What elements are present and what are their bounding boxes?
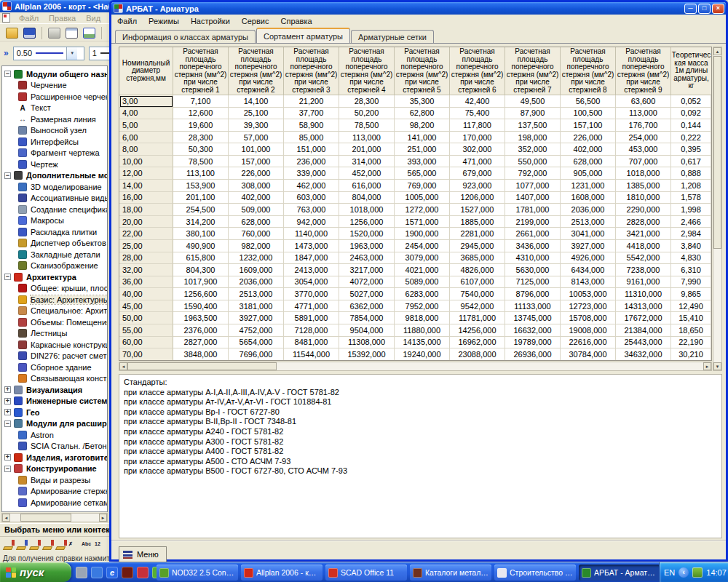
taskbar-button[interactable]: SCAD Office 11 [325, 565, 407, 581]
tree-item[interactable]: Виды и разрезы [2, 474, 107, 486]
table-cell[interactable]: 9818,000 [395, 312, 450, 324]
table-cell[interactable]: 170,000 [450, 132, 505, 144]
tree-item[interactable]: +Гео [2, 407, 107, 418]
table-cell[interactable]: 402,000 [561, 143, 616, 156]
table-cell[interactable]: 603,000 [284, 192, 339, 204]
table-cell[interactable]: 804,000 [339, 192, 395, 204]
table-cell[interactable]: 3770,000 [284, 288, 339, 300]
tree-item[interactable]: DIN276: расчет смет [2, 351, 107, 362]
table-cell[interactable]: 22616,000 [561, 337, 616, 349]
table-cell[interactable]: 0,144 [671, 119, 711, 132]
table-cell[interactable]: 628,000 [229, 216, 284, 228]
table-cell[interactable]: 1407,000 [505, 192, 561, 204]
table-cell[interactable]: 3217,000 [339, 264, 395, 276]
table-cell[interactable]: 8,00 [119, 143, 173, 156]
table-cell[interactable]: 2036,000 [229, 276, 284, 289]
table-cell[interactable]: 1473,000 [284, 240, 339, 252]
table-cell[interactable]: 616,000 [339, 180, 395, 192]
menu-item[interactable]: Справка [274, 17, 317, 25]
table-cell[interactable]: 7696,000 [229, 348, 284, 361]
table-cell[interactable]: 153,900 [173, 180, 229, 192]
tree-item[interactable]: Макросы [2, 215, 107, 227]
table-cell[interactable]: 19789,000 [505, 337, 561, 349]
menu-item[interactable]: Настройки [185, 17, 236, 25]
numbering-icon[interactable]: 12 [95, 539, 107, 551]
table-cell[interactable]: 1385,000 [616, 180, 671, 192]
table-cell[interactable]: 7238,000 [616, 264, 671, 276]
scroll-thumb[interactable] [127, 362, 277, 370]
table-cell[interactable]: 2454,000 [395, 240, 450, 252]
table-cell[interactable]: 3,840 [671, 240, 711, 252]
table-cell[interactable]: 19240,000 [395, 348, 450, 361]
table-cell[interactable]: 11544,000 [284, 348, 339, 361]
table-cell[interactable]: 769,000 [395, 180, 450, 192]
table-cell[interactable]: 30,210 [671, 348, 711, 361]
scroll-right-icon[interactable]: ► [99, 514, 107, 522]
tree-item[interactable]: Общее: крыши, плоск [2, 283, 107, 295]
tree-item[interactable]: Лестницы [2, 328, 107, 340]
table-cell[interactable]: 2290,000 [616, 204, 671, 216]
table-cell[interactable]: 2661,000 [505, 228, 561, 240]
table-cell[interactable]: 804,300 [173, 264, 229, 276]
table-cell[interactable]: 198,000 [505, 132, 561, 144]
expand-plus-icon[interactable]: + [4, 398, 11, 404]
table-cell[interactable]: 28,300 [339, 95, 395, 108]
table-cell[interactable]: 78,500 [173, 156, 229, 168]
table-cell[interactable]: 1231,000 [561, 180, 616, 192]
table-cell[interactable]: 982,000 [229, 240, 284, 252]
table-cell[interactable]: 62,800 [395, 108, 450, 120]
table-cell[interactable]: 1810,000 [616, 192, 671, 204]
table-cell[interactable]: 4826,000 [450, 264, 505, 276]
table-cell[interactable]: 4072,000 [339, 276, 395, 289]
table-cell[interactable]: 50,00 [119, 312, 173, 324]
table-cell[interactable]: 11880,000 [395, 324, 450, 337]
table-cell[interactable]: 22,00 [119, 228, 173, 240]
table-cell[interactable]: 1,208 [671, 180, 711, 192]
table-cell[interactable]: 760,000 [229, 228, 284, 240]
table-cell[interactable]: 14,00 [119, 180, 173, 192]
tree-item[interactable]: Объемы: Помещения, [2, 316, 107, 328]
table-cell[interactable]: 0,888 [671, 167, 711, 180]
table-cell[interactable]: 49,500 [505, 95, 561, 108]
scroll-right-icon[interactable]: ► [703, 362, 711, 370]
table-cell[interactable]: 2199,000 [505, 216, 561, 228]
tree-item[interactable]: −Конструирование [2, 463, 107, 475]
abc-dimension-icon[interactable]: Abc [82, 539, 94, 551]
table-cell[interactable]: 70,00 [119, 348, 173, 361]
table-cell[interactable]: 1256,600 [173, 288, 229, 300]
tree-item[interactable]: Чертеж [2, 159, 107, 170]
scroll-up-icon[interactable]: ▲ [713, 47, 721, 55]
table-cell[interactable]: 32,00 [119, 264, 173, 276]
table-horizontal-scrollbar[interactable]: ◄ ► [119, 362, 712, 371]
save-icon[interactable] [23, 28, 36, 39]
tree-item[interactable]: Выносной узел [2, 125, 107, 137]
table-cell[interactable]: 28,00 [119, 252, 173, 265]
expand-plus-icon[interactable]: + [4, 386, 11, 393]
table-cell[interactable]: 2513,000 [561, 216, 616, 228]
menu-item[interactable]: Вид [81, 14, 106, 23]
table-cell[interactable]: 15,410 [671, 312, 711, 324]
table-cell[interactable]: 2945,000 [450, 240, 505, 252]
table-cell[interactable]: 1232,000 [229, 252, 284, 265]
table-cell[interactable]: 3181,000 [229, 300, 284, 313]
table-cell[interactable]: 75,400 [450, 108, 505, 120]
table-cell[interactable]: 0,395 [671, 143, 711, 156]
table-cell[interactable]: 905,000 [561, 167, 616, 180]
table-cell[interactable]: 7,100 [173, 95, 229, 108]
taskbar-button[interactable]: Allplan 2006 - кор... [241, 565, 323, 581]
table-cell[interactable]: 615,800 [173, 252, 229, 265]
maximize-icon[interactable]: □ [698, 4, 711, 14]
table-cell[interactable]: 2463,000 [339, 252, 395, 265]
table-cell[interactable]: 113,000 [616, 108, 671, 120]
table-cell[interactable]: 10053,000 [561, 288, 616, 300]
table-cell[interactable]: 157,100 [561, 119, 616, 132]
table-cell[interactable]: 1609,000 [229, 264, 284, 276]
table-cell[interactable]: 16962,000 [450, 337, 505, 349]
table-cell[interactable]: 1017,900 [173, 276, 229, 289]
table-cell[interactable]: 35,300 [395, 95, 450, 108]
table-cell[interactable]: 2513,000 [229, 288, 284, 300]
taskbar-button[interactable]: Строительство д... [494, 565, 576, 581]
table-cell[interactable]: 628,000 [561, 156, 616, 168]
table-cell[interactable]: 6,310 [671, 264, 711, 276]
table-cell[interactable]: 4021,000 [395, 264, 450, 276]
